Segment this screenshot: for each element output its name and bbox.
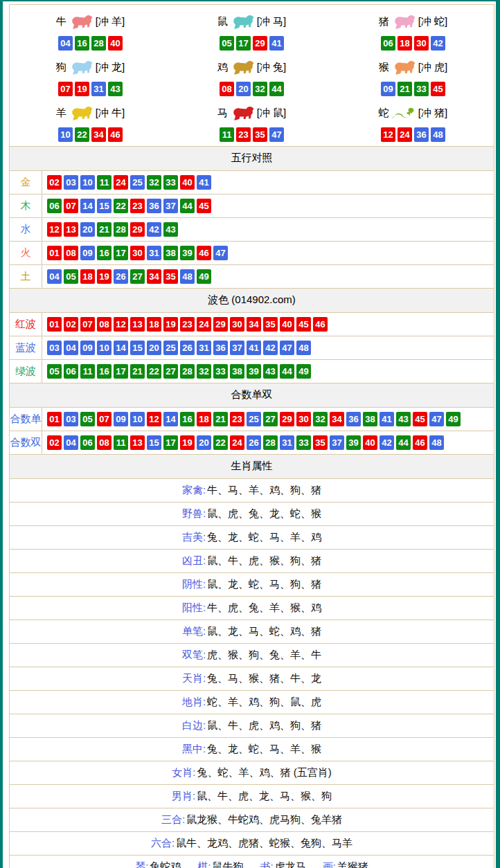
number-ball-46: 46 xyxy=(413,435,427,450)
number-ball-47: 47 xyxy=(269,127,284,142)
number-ball-23: 23 xyxy=(130,199,145,213)
section-header-bose: 波色 (014902.com) xyxy=(10,288,494,312)
number-ball-28: 28 xyxy=(91,36,106,51)
number-ball-40: 40 xyxy=(180,175,195,190)
number-ball-12: 12 xyxy=(381,127,395,142)
number-ball-13: 13 xyxy=(130,435,145,450)
zodiac-numbers: 12243648 xyxy=(381,127,445,142)
number-ball-04: 04 xyxy=(64,341,78,355)
number-ball-38: 38 xyxy=(230,364,244,379)
wuxing-numbers: 02031011242532334041 xyxy=(42,171,214,194)
wuxing-row-木: 木06071415222336374445 xyxy=(10,194,494,217)
attribute-row-单笔: 单笔: 鼠、龙、马、蛇、鸡、猪 xyxy=(10,620,494,643)
zodiac-title: 鸡[冲 兔] xyxy=(217,55,287,79)
number-ball-01: 01 xyxy=(47,412,62,426)
wuxing-label: 金 xyxy=(10,171,42,194)
zodiac-numbers: 08203244 xyxy=(220,82,284,96)
number-ball-25: 25 xyxy=(130,175,145,190)
number-ball-22: 22 xyxy=(147,364,161,379)
number-ball-32: 32 xyxy=(253,82,267,96)
zodiac-title: 猪[冲 蛇] xyxy=(379,10,448,33)
number-ball-17: 17 xyxy=(163,435,178,450)
number-ball-10: 10 xyxy=(80,175,95,190)
number-ball-12: 12 xyxy=(47,222,62,237)
number-ball-16: 16 xyxy=(97,246,111,260)
wuxing-row-金: 金02031011242532334041 xyxy=(10,170,494,194)
zodiac-clash-label: [冲 猪] xyxy=(418,107,448,120)
qin-qi-shu-hua-row: 琴:兔蛇鸡棋:鼠牛狗书:虎龙马画:羊猴猪 xyxy=(10,855,494,868)
number-ball-26: 26 xyxy=(180,341,195,355)
attribute-value: 牛、马、羊、鸡、狗、猪 xyxy=(207,484,321,497)
attribute-label: 双笔: xyxy=(182,649,206,662)
attribute-value: 兔、龙、蛇、马、羊、鸡 xyxy=(207,531,321,544)
zodiac-reference-board: 牛[冲 羊]04162840鼠[冲 马]05172941猪[冲 蛇]061830… xyxy=(9,4,494,868)
number-ball-31: 31 xyxy=(197,341,211,355)
rat-image xyxy=(229,11,256,32)
number-ball-21: 21 xyxy=(398,82,412,96)
number-ball-30: 30 xyxy=(130,246,145,260)
number-ball-35: 35 xyxy=(163,269,178,284)
number-ball-31: 31 xyxy=(147,246,161,260)
number-ball-39: 39 xyxy=(180,246,195,260)
number-ball-22: 22 xyxy=(75,127,89,142)
number-ball-11: 11 xyxy=(220,127,234,142)
number-ball-42: 42 xyxy=(263,341,278,355)
bose-rows: 红波0102070812131819232429303435404546蓝波03… xyxy=(10,312,494,383)
zodiac-clash-label: [冲 蛇] xyxy=(418,15,448,28)
number-ball-24: 24 xyxy=(230,435,244,450)
number-ball-34: 34 xyxy=(91,127,106,142)
attribute-row-黑中: 黑中: 兔、龙、蛇、马、羊、猴 xyxy=(10,737,494,761)
number-ball-40: 40 xyxy=(363,435,377,450)
number-ball-34: 34 xyxy=(147,269,161,284)
number-ball-40: 40 xyxy=(108,36,123,51)
wuxing-row-土: 土04051819262734354849 xyxy=(10,264,494,288)
zodiac-cell-4: 狗[冲 龙]07193143 xyxy=(10,53,171,99)
wuxing-label: 火 xyxy=(10,242,42,264)
zodiac-clash-label: [冲 虎] xyxy=(418,61,448,74)
number-ball-05: 05 xyxy=(64,269,78,284)
number-ball-06: 06 xyxy=(381,36,395,51)
zodiac-name: 马 xyxy=(217,107,228,120)
zodiac-numbers: 05172941 xyxy=(220,36,284,51)
number-ball-16: 16 xyxy=(97,364,111,379)
zodiac-cell-3: 猪[冲 蛇]06183042 xyxy=(332,8,494,53)
number-ball-26: 26 xyxy=(114,269,128,284)
number-ball-10: 10 xyxy=(97,341,111,355)
zodiac-name: 羊 xyxy=(56,107,66,120)
number-ball-06: 06 xyxy=(47,199,62,213)
bose-row-绿波: 绿波05061116172122272832333839434449 xyxy=(10,359,494,383)
number-ball-49: 49 xyxy=(197,269,211,284)
attribute-label: 女肖: xyxy=(172,766,195,779)
number-ball-01: 01 xyxy=(47,317,62,332)
pig-image xyxy=(390,11,418,32)
zodiac-title: 狗[冲 龙] xyxy=(56,55,125,79)
number-ball-04: 04 xyxy=(47,269,62,284)
bose-label: 红波 xyxy=(10,313,42,336)
snake-image xyxy=(390,102,418,123)
zodiac-cell-9: 蛇[冲 猪]12243648 xyxy=(332,99,494,145)
number-ball-25: 25 xyxy=(163,341,178,355)
number-ball-46: 46 xyxy=(197,246,211,260)
number-ball-36: 36 xyxy=(414,127,429,142)
zodiac-numbers: 11233547 xyxy=(220,127,284,142)
attribute-value: 鼠龙猴、牛蛇鸡、虎马狗、兔羊猪 xyxy=(186,813,342,826)
heshu-label: 合数双 xyxy=(10,431,42,454)
monkey-image xyxy=(390,57,418,78)
attribute-label: 单笔: xyxy=(182,625,206,638)
number-ball-37: 37 xyxy=(330,435,344,450)
number-ball-43: 43 xyxy=(108,82,123,96)
number-ball-35: 35 xyxy=(313,435,328,450)
number-ball-41: 41 xyxy=(380,412,394,426)
zodiac-name: 猴 xyxy=(379,61,389,74)
number-ball-21: 21 xyxy=(97,222,111,237)
heshu-rows: 合数单0103050709101214161821232527293032343… xyxy=(10,407,494,454)
number-ball-34: 34 xyxy=(330,412,344,426)
bose-numbers: 0102070812131819232429303435404546 xyxy=(42,313,330,336)
attribute-value: 兔、龙、蛇、马、羊、猴 xyxy=(207,743,321,756)
number-ball-22: 22 xyxy=(213,435,228,450)
bose-label: 绿波 xyxy=(10,360,42,383)
number-ball-38: 38 xyxy=(363,412,377,426)
number-ball-27: 27 xyxy=(163,364,178,379)
heshu-row-合数单: 合数单0103050709101214161821232527293032343… xyxy=(10,407,494,431)
number-ball-44: 44 xyxy=(280,364,294,379)
